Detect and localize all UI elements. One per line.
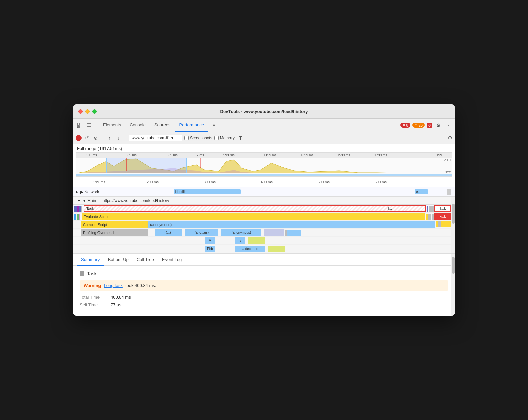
timeline-ruler-top: 199 ms 399 ms 599 ms 7⁞ms 999 ms 1199 ms… xyxy=(76,153,452,158)
flame-row-compile: Compile Script (anonymous) xyxy=(73,221,451,229)
upload-icon[interactable]: ↑ xyxy=(106,135,113,141)
eval-bar-1 xyxy=(74,214,76,220)
timeline-overview[interactable]: 199 ms 399 ms 599 ms 7⁞ms 999 ms 1199 ms… xyxy=(76,152,452,177)
network-triangle-icon[interactable]: ▶ xyxy=(76,190,78,194)
clear-icon[interactable]: ⊘ xyxy=(92,135,99,141)
devtools-body: Elements Console Sources Performance » ✕… xyxy=(73,119,455,316)
summary-tab-summary[interactable]: Summary xyxy=(77,254,104,266)
tab-console[interactable]: Console xyxy=(126,119,150,132)
task-bar-label: Task xyxy=(86,207,94,211)
evaluate-bar[interactable]: Evaluate Script xyxy=(82,213,425,220)
flame-scrollbar-thumb[interactable] xyxy=(452,204,455,224)
record-button[interactable] xyxy=(76,135,82,141)
screenshots-checkbox[interactable] xyxy=(184,136,189,140)
toolbar-right: ✕ 8 ⚠ 20 6 ⚙ ⋮ xyxy=(400,121,453,129)
anonymous-bar[interactable]: (anonymous) xyxy=(148,221,435,228)
toolbar-divider-2 xyxy=(103,135,103,141)
total-time-label: Total Time xyxy=(80,295,107,300)
minimize-button[interactable] xyxy=(85,109,90,114)
left-mini-bars xyxy=(74,206,82,212)
warning-badge[interactable]: ⚠ 20 xyxy=(412,123,425,128)
task-bar[interactable]: Task T... xyxy=(84,205,426,212)
toolbar-divider-3 xyxy=(125,135,125,141)
network-row-label: ▶ Network xyxy=(80,190,99,194)
evaluate-bar-right: F...k xyxy=(434,213,451,220)
prof-right-3 xyxy=(290,230,301,236)
total-time-row: Total Time 400.84 ms xyxy=(80,295,448,300)
comp-right-3 xyxy=(441,221,451,227)
selection-overlay[interactable] xyxy=(106,158,187,173)
detail-ruler: 199 ms 299 ms 399 ms 499 ms 599 ms 699 m… xyxy=(73,177,455,187)
inspector-icon[interactable] xyxy=(76,121,84,129)
more-icon[interactable]: ⋮ xyxy=(444,121,452,129)
memory-group: Memory xyxy=(214,136,235,140)
self-time-label: Self Time xyxy=(80,302,107,307)
adecorate-bar[interactable]: a.decorate xyxy=(235,246,265,252)
mini-bar-2 xyxy=(77,206,79,212)
summary-content: Task Warning Long task took 400.84 ms. T… xyxy=(73,266,455,316)
screenshots-group: Screenshots xyxy=(184,136,212,140)
cursor-line xyxy=(140,177,140,187)
long-task-link[interactable]: Long task xyxy=(104,283,123,288)
task-bar-right: T...k xyxy=(434,205,451,212)
toolbar-divider-1 xyxy=(96,122,96,129)
perf-settings-icon[interactable]: ⚙ xyxy=(448,135,452,141)
v-bar[interactable]: V xyxy=(205,237,215,244)
reload-icon[interactable]: ↺ xyxy=(84,135,90,141)
network-scroll-handle[interactable] xyxy=(447,189,451,195)
cpu-net-chart: CPU NET xyxy=(76,158,452,177)
main-collapse-icon[interactable]: ▼ xyxy=(77,198,81,203)
phb-right-bar xyxy=(268,246,285,252)
url-selector[interactable]: www.youtube.com #1 ▾ xyxy=(129,135,182,141)
phb-bar[interactable]: Phb xyxy=(205,246,215,252)
ruler-mark-1799: 1799 ms xyxy=(374,153,387,157)
chevron-down-icon: ▾ xyxy=(171,136,173,140)
tab-elements[interactable]: Elements xyxy=(99,119,125,132)
memory-icon[interactable]: 🗑 xyxy=(238,135,243,141)
settings-icon[interactable]: ⚙ xyxy=(434,121,442,129)
summary-tab-calltree[interactable]: Call Tree xyxy=(133,254,158,266)
error-badge[interactable]: ✕ 8 xyxy=(400,123,410,128)
device-icon[interactable] xyxy=(85,121,93,129)
info-badge[interactable]: 6 xyxy=(427,123,432,128)
performance-toolbar: ↺ ⊘ ↑ ↓ www.youtube.com #1 ▾ Screenshots… xyxy=(73,132,455,144)
devtools-window: DevTools - www.youtube.com/feed/history xyxy=(73,104,455,316)
titlebar: DevTools - www.youtube.com/feed/history xyxy=(73,104,455,119)
evaluate-left-bars xyxy=(74,214,80,220)
detail-mark-199: 199 ms xyxy=(93,180,105,184)
ruler-mark-1199: 1199 ms xyxy=(264,153,276,157)
summary-scrollbar[interactable] xyxy=(451,254,455,316)
comp-right-2 xyxy=(438,221,441,227)
summary-tab-bottomup[interactable]: Bottom-Up xyxy=(104,254,133,266)
tab-sources[interactable]: Sources xyxy=(150,119,175,132)
flame-right-scrollbar[interactable] xyxy=(451,197,455,253)
close-button[interactable] xyxy=(78,109,83,114)
anous-bar[interactable]: (ano...us) xyxy=(185,229,218,236)
right-mini-bars xyxy=(427,206,434,212)
profiling-bar[interactable]: Profiling Overhead xyxy=(81,229,148,236)
memory-checkbox[interactable] xyxy=(214,136,219,140)
summary-scrollbar-thumb[interactable] xyxy=(452,257,455,274)
summary-tab-eventlog[interactable]: Event Log xyxy=(158,254,186,266)
red-mark-2 xyxy=(200,158,201,168)
right-bar-3 xyxy=(432,206,434,212)
summary-task-header: Task xyxy=(80,271,448,276)
compile-bar[interactable]: Compile Script xyxy=(81,221,148,228)
tab-performance[interactable]: Performance xyxy=(175,119,208,132)
anonymous2-bar[interactable]: (anonymous) xyxy=(221,229,261,236)
download-icon[interactable]: ↓ xyxy=(115,135,122,141)
maximize-button[interactable] xyxy=(92,109,97,114)
flame-row-profiling: Profiling Overhead (...) (ano...us) (ano… xyxy=(73,229,451,237)
total-time-value: 400.84 ms xyxy=(111,295,131,300)
task-t1-label: T... xyxy=(388,207,392,210)
full-range-label: Full range (1917.51ms) xyxy=(73,144,455,152)
prof-right-2 xyxy=(287,230,290,236)
dots-bar[interactable]: (...) xyxy=(155,229,182,236)
v2-bar[interactable]: v xyxy=(235,237,245,244)
task-color-icon xyxy=(80,271,84,276)
eval-bar-3 xyxy=(79,214,80,220)
tab-more[interactable]: » xyxy=(209,119,219,132)
mini-bar-3 xyxy=(79,206,81,212)
mini-bar-4 xyxy=(81,206,82,212)
eval-right-2 xyxy=(428,214,431,220)
